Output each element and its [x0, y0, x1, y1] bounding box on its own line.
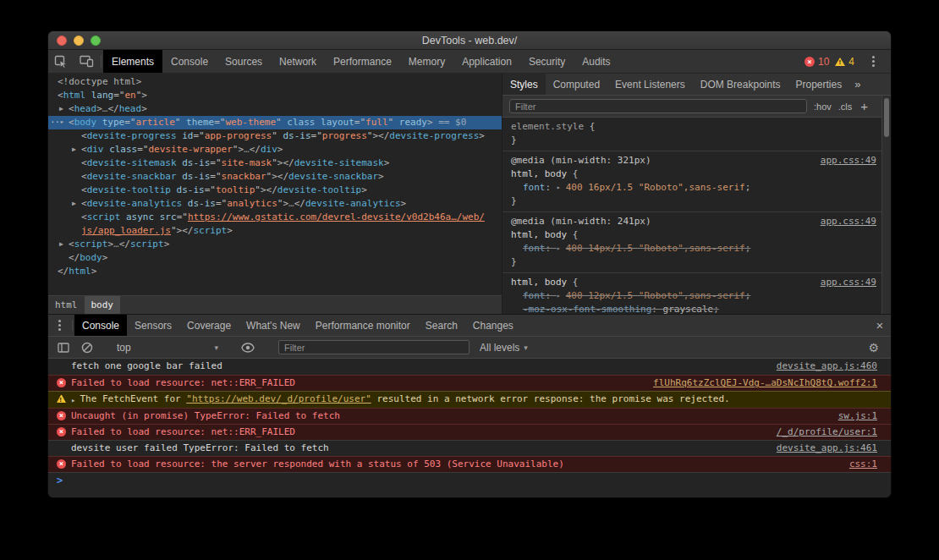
tab-whats-new[interactable]: What's New: [239, 315, 308, 336]
style-line[interactable]: }: [502, 134, 881, 147]
resource-link[interactable]: https://www.gstatic.com/devrel-devsite/v…: [188, 211, 485, 222]
tab-properties[interactable]: Properties: [788, 74, 849, 95]
tab-changes[interactable]: Changes: [465, 315, 521, 336]
code-token: }: [511, 195, 517, 206]
dom-tree-node[interactable]: <devsite-progress id="app-progress" ds-i…: [48, 129, 502, 143]
console-filter-input[interactable]: [278, 340, 470, 354]
tab-dom-breakpoints[interactable]: DOM Breakpoints: [693, 74, 788, 95]
scrollbar-thumb[interactable]: [884, 98, 889, 137]
node-options-icon[interactable]: ···: [50, 116, 64, 129]
close-drawer-button[interactable]: ×: [869, 315, 891, 336]
message-url-link[interactable]: "https://web.dev/_d/profile/user": [186, 393, 371, 404]
dom-tree-node[interactable]: <devsite-tooltip ds-is="tooltip"></devsi…: [48, 184, 502, 197]
tab-search[interactable]: Search: [418, 315, 465, 336]
tab-drawer-console[interactable]: Console: [74, 315, 127, 336]
zoom-window-button[interactable]: [91, 36, 101, 46]
tab-performance-monitor[interactable]: Performance monitor: [308, 315, 418, 336]
style-line[interactable]: element.style {: [502, 120, 881, 134]
dom-tree-node[interactable]: ▶<div class="devsite-wrapper">…</div>: [48, 143, 502, 156]
window-title: DevTools - web.dev/: [48, 31, 891, 49]
code-token: =": [354, 117, 365, 128]
style-line[interactable]: }: [502, 195, 881, 208]
warning-count-badge[interactable]: 4: [835, 56, 854, 68]
dom-tree-node[interactable]: </html>: [48, 265, 502, 278]
javascript-context-select[interactable]: top ▾: [113, 342, 222, 354]
tab-application[interactable]: Application: [453, 50, 520, 73]
dom-tree-node[interactable]: <devsite-snackbar ds-is="snackbar"></dev…: [48, 170, 502, 184]
tab-styles[interactable]: Styles: [502, 74, 546, 95]
source-location-link[interactable]: sw.js:1: [838, 409, 877, 424]
dom-tree-node[interactable]: <!doctype html>: [48, 75, 502, 89]
source-location-link[interactable]: devsite_app.js:460: [777, 359, 877, 374]
source-location-link[interactable]: flUhRq6tzZclQEJ-Vdg-…aDsNcIhQ8tQ.woff2:1: [653, 376, 877, 391]
error-count-badge[interactable]: × 10: [804, 56, 829, 68]
tab-coverage[interactable]: Coverage: [179, 315, 239, 336]
expand-message-icon[interactable]: ▸: [71, 393, 75, 408]
message-text-part: Failed to load resource: net::ERR_FAILED: [71, 377, 295, 388]
dom-tree-node[interactable]: </body>: [48, 251, 502, 265]
styles-filter-input[interactable]: [509, 99, 807, 113]
log-level-value: All levels: [480, 342, 519, 354]
dom-tree-node[interactable]: ▶<head>…</head>: [48, 102, 502, 116]
tab-audits[interactable]: Audits: [574, 50, 618, 73]
dom-tree-node[interactable]: <html lang="en">: [48, 89, 502, 102]
code-token: devsite-sitemask: [294, 157, 384, 168]
style-line[interactable]: font: ▸400 16px/1.5 "Roboto",sans-serif;: [502, 181, 881, 195]
style-rule: app.css:49html, body {font: ▸400 12px/1.…: [502, 273, 881, 314]
log-level-select[interactable]: All levels ▾: [480, 342, 528, 354]
source-location-link[interactable]: devsite_app.js:461: [777, 441, 877, 456]
style-line[interactable]: font: ▸400 14px/1.5 "Roboto",sans-serif;: [502, 242, 881, 255]
resource-link[interactable]: js/app_loader.js: [81, 225, 171, 236]
dom-tree-node[interactable]: <devsite-sitemask ds-is="site-mask"></de…: [48, 156, 502, 170]
minimize-window-button[interactable]: [74, 36, 84, 46]
inspect-element-button[interactable]: [48, 50, 74, 73]
style-line[interactable]: html, body {: [502, 167, 881, 181]
more-tools-button[interactable]: [48, 315, 70, 336]
dom-tree-node-selected[interactable]: ···▾<body type="article" theme="web-them…: [48, 116, 502, 129]
tab-sensors[interactable]: Sensors: [127, 315, 179, 336]
style-line[interactable]: }: [502, 255, 881, 269]
more-tabs-button[interactable]: »: [849, 74, 865, 95]
tab-sources[interactable]: Sources: [217, 50, 271, 73]
element-classes-button[interactable]: .cls: [838, 102, 853, 112]
source-location-link[interactable]: /_d/profile/user:1: [777, 425, 877, 440]
code-token: ": [276, 117, 287, 128]
dom-tree-node[interactable]: ▶<devsite-analytics ds-is="analytics">…<…: [48, 197, 502, 211]
css-source-link[interactable]: app.css:49: [821, 155, 876, 166]
toggle-device-toolbar-button[interactable]: [74, 50, 99, 73]
tab-console[interactable]: Console: [162, 50, 217, 73]
css-source-link[interactable]: app.css:49: [821, 277, 876, 288]
toggle-element-state-button[interactable]: :hov: [814, 102, 832, 112]
dom-tree-node[interactable]: js/app_loader.js"></script>: [48, 224, 502, 238]
console-sidebar-button[interactable]: [55, 339, 72, 356]
console-settings-button[interactable]: ⚙: [863, 340, 884, 355]
tab-computed[interactable]: Computed: [546, 74, 607, 95]
code-token: ▸: [557, 181, 566, 195]
dom-tree-node[interactable]: ▶<script>…</script>: [48, 238, 502, 251]
close-window-button[interactable]: [57, 36, 67, 46]
style-line[interactable]: font: ▸400 12px/1.5 "Roboto",sans-serif;: [502, 289, 881, 303]
tab-performance[interactable]: Performance: [325, 50, 400, 73]
breadcrumb-body[interactable]: body: [85, 296, 121, 314]
css-source-link[interactable]: app.css:49: [821, 216, 876, 227]
tab-memory[interactable]: Memory: [400, 50, 453, 73]
styles-scrollbar[interactable]: [881, 96, 891, 314]
console-prompt[interactable]: >: [48, 472, 891, 488]
code-token: =": [311, 130, 322, 141]
tab-elements[interactable]: Elements: [103, 50, 162, 73]
customize-devtools-button[interactable]: [860, 60, 886, 63]
new-style-rule-button[interactable]: +: [860, 99, 868, 113]
code-token: </: [378, 130, 389, 141]
dom-tree-node[interactable]: <script async src="https://www.gstatic.c…: [48, 211, 502, 224]
tab-security[interactable]: Security: [520, 50, 574, 73]
style-line[interactable]: -moz-osx-font-smoothing: grayscale;: [502, 303, 881, 314]
breadcrumb-html[interactable]: html: [48, 296, 85, 314]
message-text: Failed to load resource: the server resp…: [71, 457, 839, 472]
source-location-link[interactable]: css:1: [849, 457, 877, 472]
tab-network[interactable]: Network: [271, 50, 325, 73]
error-icon: ×: [57, 411, 66, 420]
live-expression-button[interactable]: [239, 339, 256, 356]
clear-console-button[interactable]: [79, 339, 96, 356]
style-line[interactable]: html, body {: [502, 228, 881, 242]
tab-event-listeners[interactable]: Event Listeners: [607, 74, 693, 95]
